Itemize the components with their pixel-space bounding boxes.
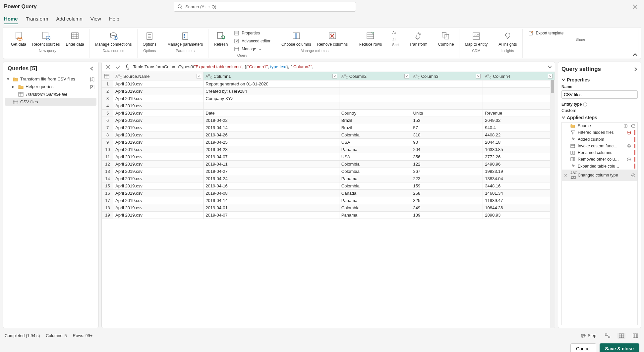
cell[interactable]: Colombia [339, 204, 411, 212]
data-view-button[interactable] [617, 333, 625, 339]
scrollbar-thumb[interactable] [551, 80, 554, 93]
step-settings-button[interactable] [631, 173, 635, 177]
cell[interactable]: Created by: user9284 [204, 88, 339, 95]
applied-step[interactable]: Filtered hidden files [562, 129, 637, 136]
cell[interactable]: April 2019.csv [113, 161, 204, 168]
cell[interactable]: 4408.22 [483, 131, 555, 139]
table-row[interactable]: 2April 2019.csvCreated by: user9284 [102, 88, 555, 95]
cell[interactable]: 2019-04-01 [204, 204, 339, 212]
applied-step[interactable]: fxExpanded table colu… [562, 163, 637, 170]
cell[interactable]: 16330.85 [483, 146, 555, 153]
cell[interactable]: 325 [411, 197, 483, 204]
formula-commit-button[interactable] [114, 65, 122, 69]
cell[interactable]: 19933.19 [483, 168, 555, 175]
table-row[interactable]: 5April 2019.csvDateCountryUnitsRevenue [102, 110, 555, 117]
options-button[interactable]: Options [141, 29, 158, 48]
table-row[interactable]: 18April 2019.csv2019-04-01Colombia349108… [102, 204, 555, 212]
cell[interactable] [483, 102, 555, 110]
search-input[interactable]: Search (Alt + Q) [174, 2, 356, 12]
close-button[interactable] [630, 3, 640, 10]
applied-step[interactable]: Invoke custom funct… [562, 143, 637, 149]
cell[interactable]: Canada [339, 190, 411, 197]
cell[interactable] [411, 80, 483, 88]
manage-parameters-button[interactable]: Manage parameters [165, 29, 205, 48]
cell[interactable]: USA [339, 139, 411, 146]
cell[interactable]: 3772.26 [483, 153, 555, 161]
cell[interactable]: 2019-04-27 [204, 168, 339, 175]
properties-section-header[interactable]: Properties [561, 77, 638, 82]
column-header[interactable]: ABCSource.Name [113, 72, 204, 80]
table-row[interactable]: 9April 2019.csv2019-04-25USA902044.18 [102, 139, 555, 146]
column-header[interactable]: ABCColumn2 [339, 72, 411, 80]
cell[interactable]: April 2019.csv [113, 168, 204, 175]
cell[interactable]: April 2019.csv [113, 102, 204, 110]
cell[interactable]: Date [204, 110, 339, 117]
cell[interactable]: Units [411, 110, 483, 117]
cell[interactable]: 204 [411, 146, 483, 153]
table-row[interactable]: 12April 2019.csv2019-04-11Colombia122249… [102, 161, 555, 168]
cell[interactable] [483, 95, 555, 102]
cell[interactable]: 2019-04-26 [204, 131, 339, 139]
cell[interactable]: April 2019.csv [113, 88, 204, 95]
cell[interactable]: April 2019.csv [113, 139, 204, 146]
tab-view[interactable]: View [90, 13, 101, 24]
cell[interactable]: 349 [411, 204, 483, 212]
cell[interactable]: 10844.36 [483, 204, 555, 212]
cell[interactable]: April 2019.csv [113, 110, 204, 117]
cell[interactable]: 14601.34 [483, 190, 555, 197]
properties-button[interactable]: Properties [232, 29, 272, 37]
cell[interactable]: April 2019.csv [113, 146, 204, 153]
formula-expand-button[interactable] [548, 65, 552, 69]
cell[interactable]: 2490.96 [483, 161, 555, 168]
schema-view-button[interactable] [631, 333, 639, 339]
cell[interactable]: 310 [411, 131, 483, 139]
cell[interactable]: April 2019.csv [113, 95, 204, 102]
query-item[interactable]: ▾ Transform file from CSV files[2] [5, 75, 96, 83]
queries-collapse-button[interactable] [90, 66, 94, 71]
cell[interactable]: April 2019.csv [113, 131, 204, 139]
table-corner[interactable] [102, 72, 113, 80]
remove-columns-button[interactable]: Remove columns [315, 29, 350, 48]
tab-home[interactable]: Home [4, 13, 18, 24]
column-header[interactable]: ABCColumn1 [204, 72, 339, 80]
cell[interactable]: 2019-04-14 [204, 197, 339, 204]
cell[interactable]: April 2019.csv [113, 204, 204, 212]
refresh-button[interactable]: Refresh [212, 29, 230, 48]
cell[interactable]: Colombia [339, 182, 411, 190]
cell[interactable]: Panama [339, 146, 411, 153]
cell[interactable] [483, 80, 555, 88]
cell[interactable]: April 2019.csv [113, 182, 204, 190]
table-row[interactable]: 17April 2019.csv2019-04-14Panama32511939… [102, 197, 555, 204]
cell[interactable]: Company XYZ [204, 95, 339, 102]
cell[interactable] [483, 88, 555, 95]
reduce-rows-button[interactable]: Reduce rows [357, 29, 384, 48]
table-row[interactable]: 7April 2019.csv2019-04-14Brazil57940.4 [102, 124, 555, 131]
query-name-input[interactable] [561, 90, 638, 99]
cell[interactable]: April 2019.csv [113, 153, 204, 161]
cell[interactable]: Brazil [339, 124, 411, 131]
cell[interactable]: 57 [411, 124, 483, 131]
cell[interactable]: Colombia [339, 168, 411, 175]
table-row[interactable]: 4April 2019.csv [102, 102, 555, 110]
table-row[interactable]: 13April 2019.csv2019-04-27Colombia367199… [102, 168, 555, 175]
applied-step[interactable]: Source [562, 123, 637, 129]
sort-desc-button[interactable]: Z↓ [390, 36, 400, 42]
applied-step[interactable]: Removed other colu… [562, 156, 637, 163]
cell[interactable]: 90 [411, 139, 483, 146]
cell[interactable]: Panama [339, 197, 411, 204]
cell[interactable]: 153 [411, 117, 483, 124]
choose-columns-button[interactable]: Choose columns [279, 29, 313, 48]
get-data-button[interactable]: Get data [9, 29, 28, 48]
table-row[interactable]: 16April 2019.csv2019-04-08Canada25814601… [102, 190, 555, 197]
cell[interactable]: 2019-04-23 [204, 146, 339, 153]
step-settings-button[interactable] [623, 124, 628, 128]
settings-collapse-button[interactable] [634, 67, 638, 72]
cell[interactable]: 3448.16 [483, 182, 555, 190]
column-filter-button[interactable] [404, 74, 409, 78]
cell[interactable]: 2019-04-14 [204, 124, 339, 131]
cell[interactable]: April 2019.csv [113, 212, 204, 219]
cell[interactable]: 2019-04-24 [204, 175, 339, 182]
column-filter-button[interactable] [197, 74, 201, 78]
query-item[interactable]: Transform Sample file [5, 90, 96, 98]
cell[interactable]: 940.4 [483, 124, 555, 131]
